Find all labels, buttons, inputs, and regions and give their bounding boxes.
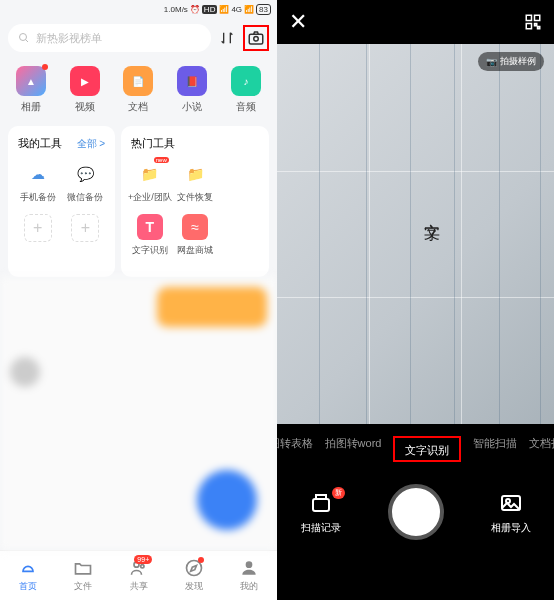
album-import[interactable]: 相册导入 (491, 489, 531, 535)
close-icon[interactable]: ✕ (289, 9, 307, 35)
category-video[interactable]: ▶视频 (70, 66, 100, 114)
my-tools-title: 我的工具 (18, 136, 62, 151)
blurred-content (0, 277, 277, 550)
hot-tools-title: 热门工具 (131, 136, 175, 151)
svg-point-5 (140, 565, 143, 568)
scan-modes[interactable]: 拍图转表格 拍图转word 文字识别 智能扫描 文档扫描 (277, 424, 554, 474)
scan-history[interactable]: 新 扫描记录 (301, 489, 341, 535)
camera-viewfinder: 📷 拍摄样例 文字 (277, 44, 554, 424)
search-placeholder: 新热影视榜单 (36, 31, 102, 46)
tool-enterprise[interactable]: 📁new+企业/团队 (127, 161, 172, 204)
svg-line-1 (26, 40, 29, 43)
shutter-button[interactable] (388, 484, 444, 540)
mode-doc[interactable]: 文档扫描 (529, 436, 554, 462)
tool-add-1[interactable]: + (14, 214, 62, 242)
category-album[interactable]: ▲相册 (16, 66, 46, 114)
tool-wechat-backup[interactable]: 💬微信备份 (62, 161, 110, 204)
svg-point-0 (20, 34, 27, 41)
svg-rect-8 (526, 15, 531, 20)
svg-rect-11 (535, 24, 537, 26)
svg-rect-14 (316, 495, 326, 499)
tool-ocr[interactable]: T文字识别 (127, 214, 172, 257)
svg-rect-13 (313, 499, 329, 511)
svg-point-7 (246, 561, 253, 568)
mode-word[interactable]: 拍图转word (325, 436, 382, 462)
tool-file-recovery[interactable]: 📁文件恢复 (172, 161, 217, 204)
svg-rect-12 (538, 27, 540, 29)
tab-files[interactable]: 文件 (55, 551, 110, 600)
tool-phone-backup[interactable]: ☁手机备份 (14, 161, 62, 204)
svg-rect-2 (249, 34, 263, 44)
tab-share[interactable]: 99+共享 (111, 551, 166, 600)
hot-tools-card: 热门工具 📁new+企业/团队 📁文件恢复 T文字识别 ≈网盘商城 (121, 126, 269, 277)
qr-icon[interactable] (524, 13, 542, 31)
svg-point-3 (254, 37, 259, 42)
tab-bar: 首页 文件 99+共享 发现 我的 (0, 550, 277, 600)
tab-home[interactable]: 首页 (0, 551, 55, 600)
sort-icon[interactable] (217, 28, 237, 48)
search-input[interactable]: 新热影视榜单 (8, 24, 211, 52)
my-tools-all[interactable]: 全部 > (77, 137, 106, 151)
category-audio[interactable]: ♪音频 (231, 66, 261, 114)
category-row: ▲相册 ▶视频 📄文档 📕小说 ♪音频 (0, 58, 277, 126)
tab-discover[interactable]: 发现 (166, 551, 221, 600)
sample-badge[interactable]: 📷 拍摄样例 (478, 52, 544, 71)
tool-add-2[interactable]: + (62, 214, 110, 242)
mode-ocr-highlighted[interactable]: 文字识别 (399, 442, 455, 458)
my-tools-card: 我的工具全部 > ☁手机备份 💬微信备份 + + (8, 126, 115, 277)
status-bar: 1.0M/s ⏰ HD 📶 4G 📶 83 (0, 0, 277, 18)
svg-rect-9 (535, 15, 540, 20)
tool-store[interactable]: ≈网盘商城 (172, 214, 217, 257)
mode-smart[interactable]: 智能扫描 (473, 436, 517, 462)
tab-profile[interactable]: 我的 (222, 551, 277, 600)
mode-table[interactable]: 拍图转表格 (277, 436, 313, 462)
camera-button-highlighted[interactable] (243, 25, 269, 51)
svg-rect-10 (526, 24, 531, 29)
category-novel[interactable]: 📕小说 (177, 66, 207, 114)
category-document[interactable]: 📄文档 (123, 66, 153, 114)
